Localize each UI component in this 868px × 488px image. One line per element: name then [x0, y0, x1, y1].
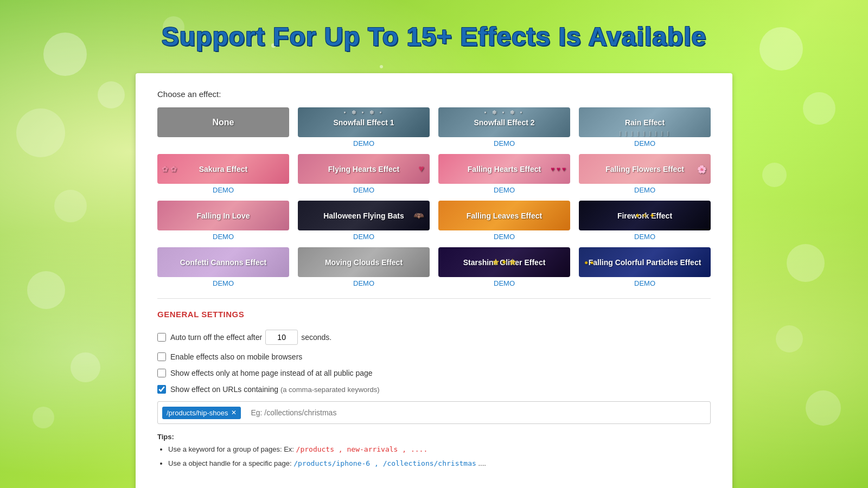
url-checkbox[interactable]: [157, 385, 166, 394]
tip-1: Use a keyword for a group of pages: Ex: …: [168, 444, 711, 455]
bg-dot: [54, 190, 87, 222]
url-label: Show effect on URLs containing: [170, 385, 278, 394]
demo-link-flying-hearts[interactable]: DEMO: [353, 186, 374, 194]
choose-label: Choose an effect:: [157, 89, 711, 99]
demo-link-falling-hearts[interactable]: DEMO: [494, 186, 515, 194]
bg-dot: [98, 81, 125, 108]
demo-link-sakura[interactable]: DEMO: [213, 186, 234, 194]
url-text-input[interactable]: [245, 404, 706, 421]
tips-label: Tips:: [157, 433, 174, 441]
bg-dot: [803, 92, 835, 125]
url-tag-text: /products/hip-shoes: [167, 409, 228, 417]
homepage-label: Show effects only at home page instead o…: [170, 369, 373, 377]
mobile-label: Enable effects also on mobile browsers: [170, 352, 302, 361]
effect-btn-confetti[interactable]: Confetti Cannons Effect: [157, 247, 289, 277]
effect-cell-starshine: Starshine Glitter Effect DEMO: [438, 247, 570, 287]
bg-dot: [33, 407, 54, 428]
auto-turnoff-suffix: seconds.: [301, 333, 331, 342]
homepage-checkbox[interactable]: [157, 369, 166, 377]
effect-btn-firework[interactable]: Firework Effect: [579, 201, 711, 230]
effect-btn-flying-hearts[interactable]: Flying Hearts Effect: [298, 154, 430, 184]
effect-cell-none: None: [157, 107, 289, 147]
url-input-row: /products/hip-shoes ✕: [157, 401, 711, 424]
demo-link-rain[interactable]: DEMO: [634, 139, 655, 147]
auto-turnoff-checkbox[interactable]: [157, 333, 166, 342]
effect-btn-falling-leaves[interactable]: Falling Leaves Effect: [438, 201, 570, 230]
homepage-row: Show effects only at home page instead o…: [157, 369, 711, 377]
mobile-checkbox[interactable]: [157, 352, 166, 361]
demo-link-falling-in-love[interactable]: DEMO: [213, 233, 234, 241]
tips-section: Tips: Use a keyword for a group of pages…: [157, 433, 711, 468]
effect-cell-flying-hearts: Flying Hearts Effect DEMO: [298, 154, 430, 194]
effects-grid: None Snowfall Effect 1 DEMO Snowfall Eff…: [157, 107, 711, 287]
effect-cell-snowfall2: Snowfall Effect 2 DEMO: [438, 107, 570, 147]
auto-turnoff-label: Auto turn off the effect after: [170, 333, 262, 342]
divider: [157, 298, 711, 299]
tip-2: Use a object handle for a specific page:…: [168, 458, 711, 469]
effect-btn-falling-colorful[interactable]: Falling Colorful Particles Effect: [579, 247, 711, 277]
general-settings-title: GENERAL SETTINGS: [157, 310, 711, 319]
effect-btn-snowfall2[interactable]: Snowfall Effect 2: [438, 107, 570, 137]
url-tag: /products/hip-shoes ✕: [162, 407, 241, 419]
auto-turnoff-input[interactable]: [265, 330, 298, 345]
demo-link-snowfall2[interactable]: DEMO: [494, 139, 515, 147]
demo-link-starshine[interactable]: DEMO: [494, 279, 515, 287]
bg-dot: [762, 163, 787, 187]
tip1-code: /products , new-arrivals , ....: [296, 445, 428, 453]
effect-cell-falling-leaves: Falling Leaves Effect DEMO: [438, 201, 570, 241]
bg-dot: [806, 390, 841, 426]
effect-cell-snowfall1: Snowfall Effect 1 DEMO: [298, 107, 430, 147]
bg-dot: [27, 271, 65, 309]
effect-btn-moving-clouds[interactable]: Moving Clouds Effect: [298, 247, 430, 277]
effect-btn-sakura[interactable]: Sakura Effect: [157, 154, 289, 184]
tip2-code: /products/iphone-6 , /collections/christ…: [293, 459, 476, 467]
url-input-wrapper: /products/hip-shoes ✕: [157, 401, 711, 424]
url-tag-remove[interactable]: ✕: [231, 409, 237, 416]
main-panel: Choose an effect: None Snowfall Effect 1…: [136, 73, 732, 488]
effect-btn-halloween[interactable]: Halloween Flying Bats: [298, 201, 430, 230]
effect-cell-falling-hearts: Falling Hearts Effect DEMO: [438, 154, 570, 194]
effect-cell-halloween: Halloween Flying Bats DEMO: [298, 201, 430, 241]
effect-btn-starshine[interactable]: Starshine Glitter Effect: [438, 247, 570, 277]
effect-cell-confetti: Confetti Cannons Effect DEMO: [157, 247, 289, 287]
demo-link-firework[interactable]: DEMO: [634, 233, 655, 241]
effect-cell-falling-flowers: Falling Flowers Effect DEMO: [579, 154, 711, 194]
effect-cell-falling-colorful: Falling Colorful Particles Effect DEMO: [579, 247, 711, 287]
demo-link-moving-clouds[interactable]: DEMO: [353, 279, 374, 287]
demo-link-snowfall1[interactable]: DEMO: [353, 139, 374, 147]
effect-cell-rain: Rain Effect DEMO: [579, 107, 711, 147]
auto-turnoff-row: Auto turn off the effect after seconds.: [157, 330, 711, 345]
demo-link-confetti[interactable]: DEMO: [213, 279, 234, 287]
effect-cell-moving-clouds: Moving Clouds Effect DEMO: [298, 247, 430, 287]
demo-link-falling-flowers[interactable]: DEMO: [634, 186, 655, 194]
bg-dot: [16, 108, 65, 157]
url-row: Show effect on URLs containing (a comma-…: [157, 385, 711, 394]
effect-cell-falling-in-love: Falling In Love DEMO: [157, 201, 289, 241]
bg-dot: [776, 325, 803, 352]
effect-btn-falling-in-love[interactable]: Falling In Love: [157, 201, 289, 230]
bg-dot: [787, 244, 825, 282]
mobile-row: Enable effects also on mobile browsers: [157, 352, 711, 361]
demo-link-falling-leaves[interactable]: DEMO: [494, 233, 515, 241]
page-title: Support For Up To 15+ Effects Is Availab…: [0, 0, 868, 62]
url-hint: (a comma-separated keywords): [280, 386, 380, 394]
effect-btn-falling-hearts[interactable]: Falling Hearts Effect: [438, 154, 570, 184]
tips-list: Use a keyword for a group of pages: Ex: …: [168, 444, 711, 468]
bg-dot: [71, 352, 100, 382]
effect-btn-none[interactable]: None: [157, 107, 289, 137]
demo-link-falling-colorful[interactable]: DEMO: [634, 279, 655, 287]
effect-btn-rain[interactable]: Rain Effect: [579, 107, 711, 137]
effect-btn-falling-flowers[interactable]: Falling Flowers Effect: [579, 154, 711, 184]
effect-cell-sakura: Sakura Effect DEMO: [157, 154, 289, 194]
effect-cell-firework: Firework Effect DEMO: [579, 201, 711, 241]
effect-btn-snowfall1[interactable]: Snowfall Effect 1: [298, 107, 430, 137]
bg-dot-small: [380, 65, 383, 68]
demo-link-halloween[interactable]: DEMO: [353, 233, 374, 241]
